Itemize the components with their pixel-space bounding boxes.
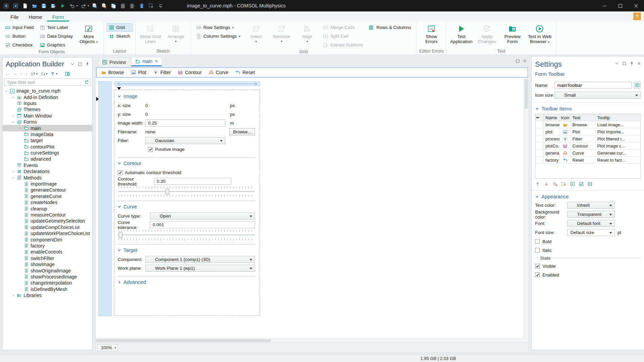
section-target-header[interactable]: Target xyxy=(118,247,255,253)
tree-item-Themes[interactable]: Themes xyxy=(3,106,92,112)
tree-item-measureContour[interactable]: measureContour xyxy=(3,212,92,218)
toolbar-item-row-process[interactable]: processFilterPlot filtered i... xyxy=(535,135,640,142)
tree-item-advanced[interactable]: advanced xyxy=(3,156,92,162)
tree-item-updateWorkPlaneChoiceList[interactable]: updateWorkPlaneChoiceList xyxy=(3,230,92,236)
show-errors-button[interactable]: Show Errors xyxy=(419,23,444,44)
toolbar-item-row-plotCo[interactable]: plotCo...ContourPlot image c... xyxy=(535,142,640,150)
tree-item-Events[interactable]: Events xyxy=(3,162,92,168)
tree-item-Main-Window[interactable]: ›Main Window xyxy=(3,113,92,119)
contour-threshold-input[interactable]: 0.35 xyxy=(154,178,231,185)
maximize-icon[interactable] xyxy=(612,0,628,11)
tree-item-generateCurve[interactable]: generateCurve xyxy=(3,193,92,199)
curve-type-select[interactable]: Open xyxy=(150,212,255,220)
filter-funnel-button[interactable]: ▾ xyxy=(49,71,58,76)
save-icon[interactable] xyxy=(39,1,48,10)
copy-icon[interactable] xyxy=(109,1,118,10)
text-color-select[interactable]: Inherit xyxy=(567,202,615,209)
tree-item-factory[interactable]: factory xyxy=(3,243,92,249)
column-header-text[interactable]: Text xyxy=(570,114,595,121)
panel-menu-chevron-icon[interactable] xyxy=(615,61,619,66)
tree-item-Add-in-Definition[interactable]: ›Add-in Definition xyxy=(3,94,92,100)
expand-icon[interactable]: › xyxy=(11,95,15,99)
help-button[interactable]: ? xyxy=(633,12,641,20)
form-toolbar-button-filter[interactable]: Filter xyxy=(151,69,173,76)
column-header-tooltip[interactable]: Tooltip xyxy=(595,114,640,121)
more-objects-button[interactable]: More Objects ▾ xyxy=(77,23,101,44)
add-toggle-item-icon[interactable] xyxy=(579,182,584,187)
component-select[interactable]: Component 1 (comp1) (3D) xyxy=(145,256,255,263)
close-window-icon[interactable] xyxy=(628,0,644,11)
font-select[interactable]: Default font xyxy=(567,220,615,227)
tree-item-image_to_curve.mph[interactable]: ›Aimage_to_curve.mph xyxy=(3,88,92,94)
tab-form[interactable]: Form xyxy=(47,11,69,22)
section-advanced-header[interactable]: Advanced xyxy=(118,279,255,285)
visible-checkbox[interactable] xyxy=(535,264,540,268)
row-selector[interactable] xyxy=(535,128,543,135)
italic-checkbox[interactable] xyxy=(535,248,540,253)
enabled-checkbox[interactable] xyxy=(535,272,540,277)
background-color-select[interactable]: Transparent xyxy=(567,211,615,218)
rename-form-icon[interactable] xyxy=(634,82,641,89)
collapse-icon[interactable]: › xyxy=(11,176,15,179)
checkbox-object-button[interactable]: Checkbox xyxy=(3,41,36,49)
section-contour-header[interactable]: Contour xyxy=(118,160,255,166)
tree-item-switchFilter[interactable]: switchFilter xyxy=(3,255,92,261)
section-image-header[interactable]: Image xyxy=(118,93,255,99)
tree-item-showOriginalImage[interactable]: showOriginalImage xyxy=(3,267,92,273)
work-plane-select[interactable]: Work Plane 1 (wp1) xyxy=(145,265,255,272)
tab-preview[interactable]: Preview xyxy=(98,58,130,66)
move-up-icon[interactable] xyxy=(535,182,540,187)
model-manager-icon[interactable] xyxy=(11,1,20,10)
image-width-input[interactable]: 0.25 xyxy=(145,120,225,127)
tree-item-isDefinedByMesh[interactable]: isDefinedByMesh xyxy=(3,286,92,292)
bold-checkbox[interactable] xyxy=(535,239,540,244)
tree-item-imageData[interactable]: imageData xyxy=(3,131,92,137)
zoom-control[interactable]: 100%▾ xyxy=(98,344,118,351)
form-toolbar-button-curve[interactable]: Curve xyxy=(206,69,231,76)
icon-size-select[interactable]: Small xyxy=(555,92,641,99)
collapse-all-button[interactable]: ▾ xyxy=(30,71,38,76)
row-selector[interactable] xyxy=(535,157,543,163)
curve-tolerance-input[interactable]: 0.001 xyxy=(150,221,255,228)
tree-item-cleanup[interactable]: cleanup xyxy=(3,205,92,211)
contour-threshold-slider[interactable] xyxy=(118,187,255,197)
select-region-icon[interactable] xyxy=(147,1,156,10)
form-toolbar-button-plot[interactable]: Plot xyxy=(128,69,149,76)
tree-item-contourPlot[interactable]: contourPlot xyxy=(3,144,92,150)
tree-item-Inputs[interactable]: Inputs xyxy=(3,100,92,106)
font-size-combo[interactable]: Default size xyxy=(567,229,615,236)
tree-item-generateContour[interactable]: generateContour xyxy=(3,187,92,193)
tree-item-enableControls[interactable]: enableControls xyxy=(3,249,92,255)
button-object-button[interactable]: OKButton xyxy=(3,32,36,40)
run-icon[interactable] xyxy=(58,1,67,10)
expand-icon[interactable]: › xyxy=(18,126,22,130)
test-in-web-browser-button[interactable]: Test in Web Browser ▾ xyxy=(526,23,554,44)
close-panel-icon[interactable] xyxy=(637,61,641,66)
panel-float-icon[interactable] xyxy=(622,61,627,66)
auto-contour-threshold-checkbox[interactable] xyxy=(118,170,122,175)
form-toolbar-button-browse[interactable]: Browse xyxy=(99,69,126,76)
tab-file[interactable]: File xyxy=(5,11,24,22)
toolbar-items-table[interactable]: ▶▶ Name Icon Text Tooltip browseBrowseLo… xyxy=(535,114,641,178)
expand-icon[interactable]: › xyxy=(11,114,15,118)
panel-pin-icon[interactable] xyxy=(85,62,89,66)
tree-item-Forms[interactable]: ›Forms xyxy=(3,119,92,125)
new-file-icon[interactable] xyxy=(21,1,30,10)
add-separator-icon[interactable] xyxy=(588,182,593,187)
row-selector[interactable] xyxy=(535,142,543,149)
form-toolbar-button-reset[interactable]: Reset xyxy=(233,69,257,76)
panel-pin-icon[interactable] xyxy=(630,61,634,66)
browse-file-button[interactable]: Browse... xyxy=(229,128,255,135)
customize-toolbar-chevron-icon[interactable] xyxy=(156,1,165,10)
move-up-icon[interactable]: ↑ xyxy=(20,71,23,76)
data-display-button[interactable]: 1.23Data Display xyxy=(37,32,75,40)
slider-thumb[interactable] xyxy=(165,189,169,195)
grid-mode-button[interactable]: Grid xyxy=(107,23,132,32)
move-down-icon[interactable]: ↓ xyxy=(25,71,28,76)
appearance-section-header[interactable]: Appearance xyxy=(535,194,641,199)
edit-item-icon[interactable] xyxy=(561,182,566,187)
row-settings-button[interactable]: Row Settings ▾ xyxy=(194,23,243,32)
graphics-button[interactable]: Graphics xyxy=(37,41,75,49)
tree-item-importImage[interactable]: importImage xyxy=(3,181,92,187)
toolbar-item-row-plot[interactable]: plotPlotPlot importe... xyxy=(535,128,640,135)
